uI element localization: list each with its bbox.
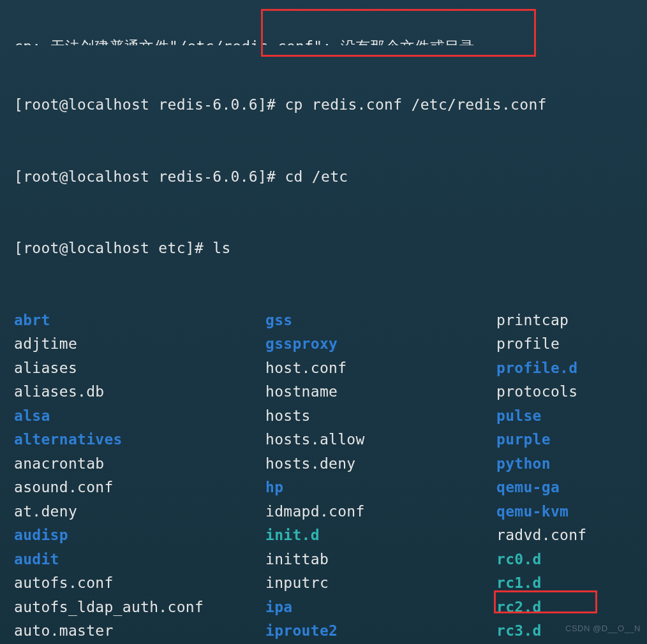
ls-row: alternativeshosts.allowpurple bbox=[14, 428, 647, 452]
prompt-line-1: [root@localhost redis-6.0.6]# cp redis.c… bbox=[14, 93, 647, 117]
file-entry: rc2.d bbox=[496, 599, 542, 615]
partial-top-line: cp: 无法创建普通文件"/etc/redis.conf": 没有那个文件或目录 bbox=[14, 35, 647, 45]
prompt-line-3: [root@localhost etc]# ls bbox=[14, 237, 647, 261]
file-entry: hosts.deny bbox=[265, 455, 355, 472]
file-entry: audit bbox=[14, 551, 59, 567]
command-1: cp redis.conf /etc/redis.conf bbox=[285, 96, 546, 113]
prompt-1: [root@localhost redis-6.0.6]# bbox=[14, 96, 285, 113]
file-entry: autofs_ldap_auth.conf bbox=[14, 599, 204, 615]
file-entry: asound.conf bbox=[14, 479, 114, 495]
file-entry: printcap bbox=[496, 312, 569, 328]
ls-row: autofs.confinputrcrc1.d bbox=[14, 571, 647, 596]
file-entry: at.deny bbox=[14, 503, 77, 520]
file-entry: inittab bbox=[265, 551, 329, 567]
file-entry: rc1.d bbox=[496, 574, 542, 591]
file-entry: gss bbox=[265, 312, 292, 328]
file-entry: adjtime bbox=[14, 335, 77, 352]
file-entry: rc0.d bbox=[496, 551, 542, 567]
ls-row: aliases.dbhostnameprotocols bbox=[14, 380, 647, 404]
ls-row: asound.confhpqemu-ga bbox=[14, 476, 647, 500]
file-entry: rc3.d bbox=[496, 622, 542, 639]
ls-row: adjtimegssproxyprofile bbox=[14, 332, 647, 356]
file-entry: audisp bbox=[14, 527, 68, 543]
file-entry: alsa bbox=[14, 407, 50, 424]
file-entry: qemu-ga bbox=[496, 479, 560, 495]
file-entry: alternatives bbox=[14, 431, 123, 448]
ls-row: auto.masteriproute2rc3.d bbox=[14, 619, 647, 643]
ls-row: audispinit.dradvd.conf bbox=[14, 523, 647, 548]
file-entry: aliases.db bbox=[14, 383, 104, 400]
terminal-output: cp: 无法创建普通文件"/etc/redis.conf": 没有那个文件或目录… bbox=[0, 0, 647, 644]
command-2: cd /etc bbox=[285, 168, 348, 185]
file-entry: autofs.conf bbox=[14, 574, 114, 591]
file-entry: radvd.conf bbox=[496, 527, 586, 543]
file-entry: anacrontab bbox=[14, 455, 104, 472]
ls-row: aliaseshost.confprofile.d bbox=[14, 356, 647, 381]
command-3: ls bbox=[212, 240, 230, 256]
ls-row: anacrontabhosts.denypython bbox=[14, 452, 647, 476]
file-entry: ipa bbox=[265, 599, 292, 615]
file-entry: host.conf bbox=[265, 360, 346, 376]
file-entry: purple bbox=[496, 431, 551, 448]
file-entry: idmapd.conf bbox=[265, 503, 365, 520]
file-entry: protocols bbox=[496, 383, 577, 400]
watermark-text: CSDN @D__O__N bbox=[565, 617, 641, 641]
file-entry: pulse bbox=[496, 407, 542, 424]
file-entry: auto.master bbox=[14, 622, 114, 639]
file-entry: hosts.allow bbox=[265, 431, 365, 448]
file-entry: hosts bbox=[265, 407, 311, 424]
prompt-2: [root@localhost redis-6.0.6]# bbox=[14, 168, 285, 185]
file-entry: aliases bbox=[14, 360, 77, 376]
file-entry: inputrc bbox=[265, 574, 329, 591]
file-entry: qemu-kvm bbox=[496, 503, 569, 520]
ls-row: auditinittabrc0.d bbox=[14, 548, 647, 572]
file-entry: init.d bbox=[265, 527, 320, 543]
ls-row: alsahostspulse bbox=[14, 404, 647, 428]
ls-row: abrtgssprintcap bbox=[14, 309, 647, 333]
prompt-3: [root@localhost etc]# bbox=[14, 240, 212, 256]
file-entry: abrt bbox=[14, 312, 50, 328]
file-entry: iproute2 bbox=[265, 622, 338, 639]
file-entry: profile.d bbox=[496, 360, 577, 376]
file-entry: gssproxy bbox=[265, 335, 338, 352]
ls-row: at.denyidmapd.confqemu-kvm bbox=[14, 500, 647, 524]
file-entry: profile bbox=[496, 335, 560, 352]
prompt-line-2: [root@localhost redis-6.0.6]# cd /etc bbox=[14, 165, 647, 189]
file-entry: hp bbox=[265, 479, 283, 495]
ls-row: autofs_ldap_auth.confiparc2.d bbox=[14, 596, 647, 620]
file-entry: python bbox=[496, 455, 551, 472]
ls-output: abrtgssprintcapadjtimegssproxyprofileali… bbox=[14, 309, 647, 645]
file-entry: hostname bbox=[265, 383, 338, 400]
